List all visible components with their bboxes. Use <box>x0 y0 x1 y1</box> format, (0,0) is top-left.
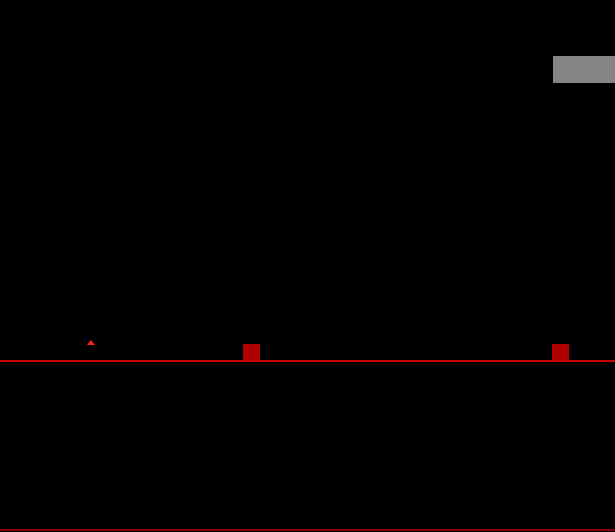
event-marker-zhang <box>552 344 569 361</box>
panel-divider-line <box>0 360 615 362</box>
sell-signal-marker <box>83 340 98 346</box>
event-marker-zeng <box>243 344 260 361</box>
info-tooltip-box <box>553 56 615 83</box>
stock-chart-window <box>0 0 615 532</box>
bottom-border-line <box>0 529 615 531</box>
up-triangle-icon <box>87 340 95 345</box>
price-chart-canvas[interactable] <box>0 0 615 362</box>
indicator-chart-canvas[interactable] <box>0 362 615 532</box>
